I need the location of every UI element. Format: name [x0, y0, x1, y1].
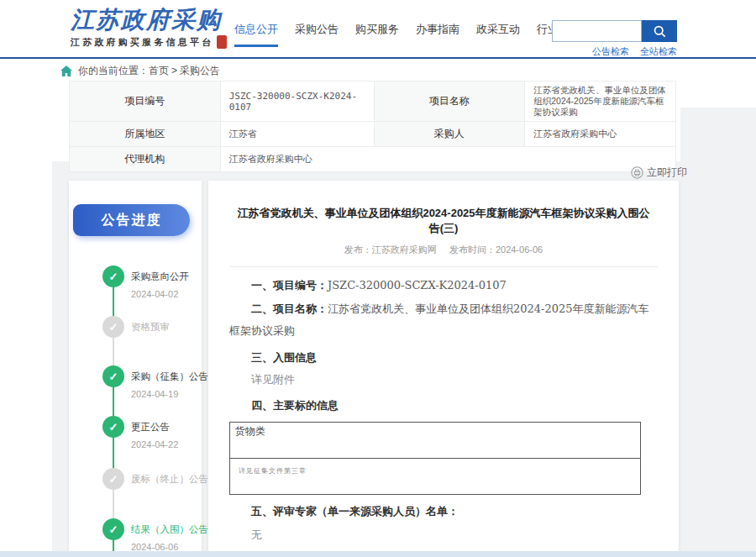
announcement-body: 一、项目编号：JSZC-320000-SCZX-K2024-0107 二、项目名…	[229, 275, 649, 557]
site-header: 江苏政府采购 江苏政府购买服务信息平台 信息公开 采购公告 购买服务 办事指南 …	[0, 0, 756, 59]
step-done-icon: ✓	[102, 518, 124, 540]
search-icon	[653, 24, 667, 39]
step-label-cancellation: 废标（终止）公告	[131, 473, 208, 486]
section-shortlist-body: 详见附件	[229, 369, 649, 391]
nav-item-guide[interactable]: 办事指南	[416, 22, 459, 37]
step-label-result[interactable]: 结果（入围）公告	[131, 523, 208, 536]
step-done-icon: ✓	[102, 365, 124, 387]
project-name-value: 江苏省党政机关、事业单位及团体组织2024-2025年度新能源汽车框架协议采购	[525, 81, 676, 122]
progress-title-banner: 公告进度	[73, 204, 190, 236]
breadcrumb-home-link[interactable]: 首页	[149, 64, 169, 78]
footer-band	[0, 551, 756, 557]
region-label: 所属地区	[70, 122, 221, 147]
home-icon	[60, 66, 72, 76]
step-label-correction[interactable]: 更正公告	[131, 421, 170, 434]
project-info-table: 项目编号 JSZC-320000-SCZX-K2024-0107 项目名称 江苏…	[69, 81, 676, 172]
section-experts-heading: 五、评审专家（单一来源采购人员）名单：	[229, 501, 649, 523]
region-value: 江苏省	[220, 122, 374, 147]
subject-info-box: 货物类 详见征集文件第三章	[229, 422, 641, 495]
table-row: 代理机构 江苏省政府采购中心	[70, 147, 676, 172]
right-background	[680, 108, 756, 551]
check-icon: ✓	[109, 370, 118, 383]
nav-item-procurement-notices[interactable]: 采购公告	[295, 22, 339, 37]
announcement-meta: 发布：江苏政府采购网 发布时间：2024-06-06	[208, 244, 679, 256]
subject-category: 货物类	[230, 423, 640, 459]
table-row: 项目编号 JSZC-320000-SCZX-K2024-0107 项目名称 江苏…	[70, 81, 676, 122]
nav-item-info-disclosure[interactable]: 信息公开	[234, 22, 278, 37]
check-icon: ✓	[109, 271, 118, 283]
step-label-solicitation[interactable]: 采购（征集）公告	[131, 370, 208, 383]
site-search-link[interactable]: 全站检索	[640, 46, 677, 56]
notice-search-link[interactable]: 公告检索	[592, 46, 629, 56]
check-icon: ✓	[109, 523, 118, 536]
announcement-card: 江苏省党政机关、事业单位及团体组织2024-2025年度新能源汽车框架协议采购入…	[208, 181, 679, 557]
logo-title: 江苏政府采购	[71, 8, 227, 33]
purchaser-label: 采购人	[374, 122, 525, 147]
announcement-progress-card: 公告进度 ✓ 采购意向公开 2024-04-02 ✓ 资格预审 ✓ 采购（征集）…	[69, 181, 202, 557]
step-date: 2024-04-19	[131, 389, 178, 399]
printer-icon	[631, 166, 643, 179]
step-done-icon: ✓	[102, 265, 124, 287]
step-label-prequalification: 资格预审	[131, 321, 170, 334]
step-label-intent[interactable]: 采购意向公开	[131, 271, 189, 283]
agency-value: 江苏省政府采购中心	[220, 147, 675, 172]
project-number-value: JSZC-320000-SCZX-K2024-0107	[220, 81, 374, 122]
subject-note: 详见征集文件第三章	[230, 459, 640, 494]
breadcrumb: 你的当前位置： 首页 > 采购公告	[0, 60, 756, 81]
search-button[interactable]	[642, 20, 677, 42]
site-logo[interactable]: 江苏政府采购 江苏政府购买服务信息平台	[71, 8, 227, 49]
project-name-label: 项目名称	[374, 81, 525, 122]
section-experts-body: 无	[229, 524, 649, 546]
table-row: 所属地区 江苏省 采购人 江苏省政府采购中心	[70, 122, 676, 147]
check-icon: ✓	[109, 473, 118, 486]
step-pending-icon: ✓	[102, 316, 124, 338]
page: 江苏政府采购 江苏政府购买服务信息平台 信息公开 采购公告 购买服务 办事指南 …	[0, 0, 756, 557]
section-shortlist-heading: 三、入围信息	[229, 347, 649, 369]
agency-label: 代理机构	[70, 147, 221, 172]
search-input[interactable]	[552, 20, 642, 42]
check-icon: ✓	[109, 421, 118, 434]
section-subject-heading: 四、主要标的信息	[229, 395, 649, 417]
nav-item-interaction[interactable]: 政采互动	[476, 22, 520, 37]
breadcrumb-separator: >	[171, 65, 177, 76]
breadcrumb-prefix: 你的当前位置：	[78, 64, 149, 78]
purchaser-value: 江苏省政府采购中心	[525, 122, 676, 147]
nav-item-purchase-services[interactable]: 购买服务	[355, 22, 399, 37]
section-project-name: 二、项目名称：江苏省党政机关、事业单位及团体组织2024-2025年度新能源汽车…	[229, 298, 649, 342]
step-done-icon: ✓	[102, 416, 124, 438]
breadcrumb-current: 采购公告	[180, 64, 220, 78]
print-button[interactable]: 立即打印	[631, 166, 687, 180]
section-project-number: 一、项目编号：JSZC-320000-SCZX-K2024-0107	[229, 275, 649, 297]
step-date: 2024-04-02	[131, 289, 178, 299]
publish-source: 发布：江苏政府采购网	[344, 244, 437, 255]
check-icon: ✓	[109, 321, 118, 334]
step-pending-icon: ✓	[102, 468, 124, 490]
step-date: 2024-04-22	[131, 439, 178, 449]
publish-time: 发布时间：2024-06-06	[449, 244, 543, 255]
divider	[229, 266, 658, 267]
announcement-title: 江苏省党政机关、事业单位及团体组织2024-2025年度新能源汽车框架协议采购入…	[232, 206, 655, 236]
project-number-label: 项目编号	[70, 81, 221, 122]
print-label: 立即打印	[647, 166, 687, 180]
